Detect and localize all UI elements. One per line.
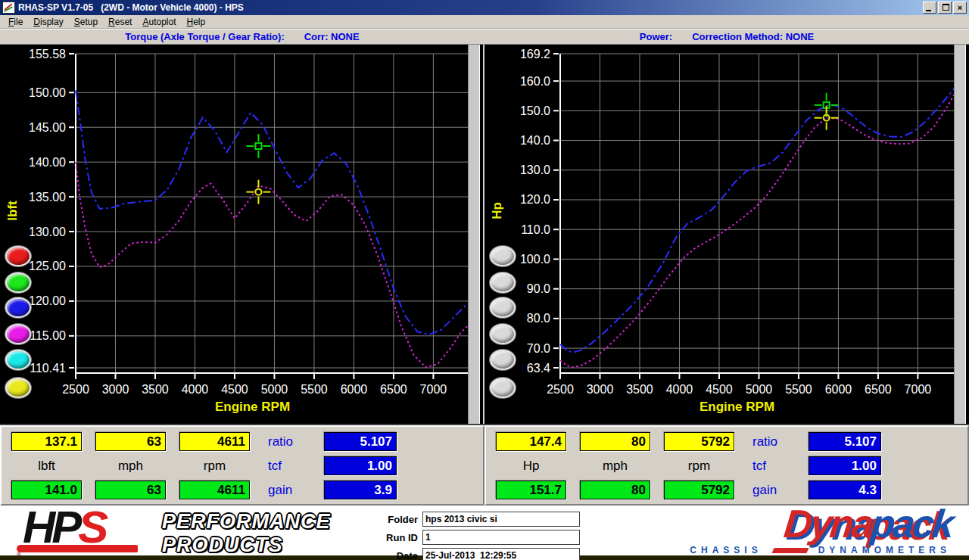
torque-chart-oval-button-5[interactable]	[5, 350, 31, 370]
torque-green-value-rpm: 4611	[179, 481, 250, 499]
hps-performance-text: PERFORMANCE	[162, 510, 331, 533]
chart-header-strip: Torque (Axle Torque / Gear Ratio): Corr:…	[0, 29, 969, 45]
torque-chart[interactable]: 155.58150.00145.00140.00135.00130.00125.…	[0, 45, 483, 424]
power-unit-label-Hp: Hp	[496, 456, 566, 475]
power-chart-x-tick-label: 4500	[706, 383, 733, 396]
power-green-value-rpm: 5792	[664, 481, 734, 499]
torque-chart-oval-button-4[interactable]	[5, 324, 31, 344]
power-chart-panel: 169.2160.0150.0140.0130.0120.0110.0100.0…	[484, 45, 969, 424]
power-yellow-value-mph: 80	[580, 432, 650, 451]
torque-chart-x-tick-label: 5500	[301, 383, 328, 396]
torque-yellow-value-lbft: 137.1	[11, 432, 82, 451]
power-chart-y-tick-label: 110.0	[521, 223, 550, 236]
torque-correction-label: Corr: NONE	[304, 31, 360, 42]
torque-chart-x-tick-label: 6500	[380, 383, 407, 396]
torque-chart-y-tick-label: 140.00	[29, 156, 66, 169]
readout-row: 137.1634611ratio5.107lbftmphrpmtcf1.0014…	[0, 424, 969, 506]
power-chart-title: Power:	[640, 31, 672, 42]
power-chart-x-tick-label: 3000	[587, 383, 614, 396]
power-chart[interactable]: 169.2160.0150.0140.0130.0120.0110.0100.0…	[484, 45, 969, 424]
torque-chart-y-tick-label: 115.00	[30, 329, 66, 342]
torque-chart-oval-button-3[interactable]	[5, 297, 31, 318]
torque-chart-y-tick-label: 125.00	[29, 260, 66, 272]
power-chart-oval-button-1[interactable]	[490, 246, 516, 266]
torque-chart-x-tick-label: 2500	[62, 383, 89, 396]
charts-row: 155.58150.00145.00140.00135.00130.00125.…	[0, 45, 969, 424]
power-gain-label: gain	[748, 481, 795, 499]
power-chart-y-tick-label: 130.0	[520, 163, 550, 176]
close-button[interactable]: ×	[953, 2, 967, 14]
power-tcf-label: tcf	[748, 456, 795, 475]
power-chart-x-tick-label: 7000	[905, 383, 932, 396]
date-input[interactable]	[422, 548, 580, 560]
power-chart-y-tick-label: 160.0	[520, 75, 550, 88]
menu-item-setup[interactable]: Setup	[69, 16, 103, 28]
folder-input[interactable]	[422, 512, 580, 527]
restore-icon	[943, 4, 949, 11]
power-chart-oval-button-3[interactable]	[490, 297, 516, 318]
torque-chart-x-tick-label: 4500	[221, 383, 248, 396]
power-chart-y-tick-label: 70.0	[527, 342, 550, 355]
power-unit-label-rpm: rpm	[664, 456, 734, 475]
menu-bar: FileDisplaySetupResetAutoplotHelp	[0, 15, 969, 29]
footer: ® HPS PERFORMANCE PRODUCTS FolderRun IDD…	[0, 506, 969, 560]
hps-registered-mark: ®	[17, 551, 21, 558]
dynapack-subline: CHASSIS DYNAMOMETERS	[690, 545, 951, 555]
power-chart-oval-button-5[interactable]	[490, 350, 516, 370]
torque-unit-label-lbft: lbft	[11, 456, 82, 475]
power-chart-plot-area[interactable]	[560, 54, 959, 373]
torque-chart-header: Torque (Axle Torque / Gear Ratio): Corr:…	[0, 30, 484, 44]
torque-chart-y-tick-label: 145.00	[29, 121, 66, 134]
torque-chart-oval-button-1[interactable]	[5, 246, 31, 266]
torque-ratio-value: 5.107	[324, 432, 397, 451]
hps-products-text: PRODUCTS	[162, 533, 331, 557]
torque-green-value-mph: 63	[95, 481, 166, 499]
minimize-button[interactable]	[923, 2, 936, 14]
power-chart-oval-button-2[interactable]	[490, 272, 516, 293]
menu-item-autoplot[interactable]: Autoplot	[137, 16, 181, 28]
hps-logo: ® HPS PERFORMANCE PRODUCTS	[17, 509, 357, 560]
hps-hp: HP	[23, 502, 78, 552]
power-gain-value: 4.3	[809, 481, 881, 499]
run-id-input[interactable]	[422, 530, 580, 545]
torque-chart-plot-area[interactable]	[76, 54, 475, 373]
power-chart-x-axis-label: Engine RPM	[699, 400, 774, 414]
power-chart-header: Power: Correction Method: NONE	[484, 30, 969, 44]
torque-chart-title: Torque (Axle Torque / Gear Ratio):	[125, 31, 284, 42]
dynapack-wordmark: Dynapack	[782, 501, 955, 546]
power-chart-x-tick-label: 2500	[547, 383, 574, 396]
torque-tcf-label: tcf	[263, 456, 310, 475]
app-icon	[2, 2, 15, 14]
title-bar: RHAS-SP V1.7-05 (2WD - Motor Vehicle 400…	[0, 0, 969, 15]
torque-chart-oval-button-6[interactable]	[5, 378, 31, 398]
torque-chart-y-tick-label: 130.00	[29, 226, 66, 238]
power-green-value-mph: 80	[580, 481, 650, 499]
torque-chart-x-tick-label: 5000	[261, 383, 288, 396]
menu-item-help[interactable]: Help	[182, 16, 211, 28]
menu-item-display[interactable]: Display	[28, 16, 68, 28]
power-chart-oval-button-6[interactable]	[490, 378, 516, 398]
power-chart-x-tick-label: 6000	[825, 383, 852, 396]
power-chart-y-tick-label: 140.0	[520, 134, 550, 147]
torque-green-value-lbft: 141.0	[11, 481, 82, 499]
close-icon: ×	[958, 4, 962, 11]
torque-chart-y-tick-label: 110.41	[30, 362, 66, 375]
torque-chart-y-axis-label: lbft	[5, 201, 20, 221]
torque-readout-panel: 137.1634611ratio5.107lbftmphrpmtcf1.0014…	[0, 425, 484, 506]
power-chart-x-tick-label: 3500	[626, 383, 653, 396]
power-green-value-Hp: 151.7	[496, 481, 566, 499]
restore-button[interactable]	[938, 2, 952, 14]
power-readout-panel: 147.4805792ratio5.107Hpmphrpmtcf1.00151.…	[484, 425, 969, 506]
power-chart-oval-button-4[interactable]	[490, 324, 516, 344]
menu-item-reset[interactable]: Reset	[103, 16, 137, 28]
power-chart-y-tick-label: 150.0	[520, 104, 550, 117]
torque-unit-label-mph: mph	[95, 456, 166, 475]
power-chart-x-tick-label: 6500	[865, 383, 892, 396]
menu-item-file[interactable]: File	[3, 16, 28, 28]
folder-label: Folder	[379, 514, 418, 525]
power-chart-y-tick-label: 63.4	[527, 362, 550, 375]
torque-chart-oval-button-2[interactable]	[5, 272, 31, 293]
torque-chart-x-tick-label: 3000	[102, 383, 129, 396]
dynapack-dyna: Dyna	[782, 502, 874, 546]
window-title: RHAS-SP V1.7-05 (2WD - Motor Vehicle 400…	[18, 2, 923, 13]
